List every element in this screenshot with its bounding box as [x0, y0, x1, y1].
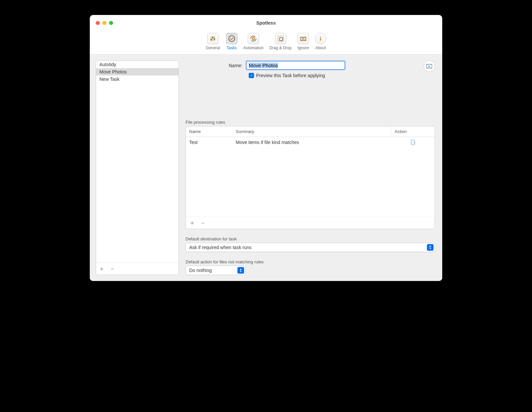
- close-window-button[interactable]: [96, 21, 100, 25]
- rules-footer: ＋ －: [186, 216, 435, 229]
- sliders-icon: [207, 33, 218, 44]
- svg-rect-15: [320, 38, 321, 41]
- add-rule-button[interactable]: ＋: [189, 219, 195, 227]
- svg-marker-19: [429, 66, 430, 67]
- svg-rect-18: [427, 68, 432, 69]
- document-move-icon: [410, 140, 416, 145]
- toolbar-label: General: [206, 46, 220, 50]
- rule-name-cell: Test: [186, 137, 232, 148]
- column-header-name[interactable]: Name: [186, 126, 232, 137]
- help-video-button[interactable]: [424, 61, 435, 72]
- toolbar-tab-drag-drop[interactable]: Drag & Drop: [268, 32, 293, 51]
- sidebar-item-new-task[interactable]: New Task: [96, 75, 179, 83]
- svg-point-8: [253, 38, 254, 39]
- rules-table: Name Summary Action Test Move items if f…: [186, 126, 435, 229]
- svg-rect-5: [214, 39, 215, 40]
- select-value: Ask if required when task runs: [189, 245, 252, 250]
- sidebar-footer: ＋ －: [96, 262, 179, 275]
- preferences-toolbar: General Tasks Automation: [90, 31, 442, 55]
- default-destination-select[interactable]: Ask if required when task runs ▲▼: [186, 243, 435, 252]
- toolbar-label: Ignore: [298, 46, 309, 50]
- content-area: Autotidy Move Photos New Task ＋ －: [90, 55, 442, 281]
- svg-rect-3: [210, 39, 212, 40]
- toolbar-label: Automation: [243, 46, 264, 50]
- chevron-up-down-icon: ▲▼: [427, 244, 434, 251]
- toolbar-tab-tasks[interactable]: Tasks: [225, 32, 239, 51]
- column-header-summary[interactable]: Summary: [232, 126, 391, 137]
- default-action-select[interactable]: Do nothing ▲▼: [186, 266, 245, 275]
- toolbar-tab-automation[interactable]: Automation: [242, 32, 265, 51]
- svg-rect-4: [212, 37, 213, 38]
- ignore-icon: [298, 33, 309, 44]
- svg-point-14: [320, 37, 321, 38]
- window-controls: [96, 21, 113, 25]
- toolbar-label: About: [315, 46, 326, 50]
- toolbar-tab-about[interactable]: About: [314, 32, 328, 51]
- name-label: Name:: [229, 63, 242, 68]
- rule-row[interactable]: Test Move items if file kind matches: [186, 137, 435, 148]
- sidebar-item-autotidy[interactable]: Autotidy: [96, 61, 179, 68]
- name-section: Name: ✓ Preview this Task before applyin…: [186, 61, 435, 112]
- rules-table-header: Name Summary Action: [186, 126, 435, 137]
- remove-rule-button[interactable]: －: [200, 219, 206, 227]
- rules-section-label: File processing rules: [186, 120, 435, 125]
- film-play-icon: [426, 63, 433, 69]
- check-circle-icon: [226, 33, 237, 44]
- window-title: Spotless: [256, 20, 276, 26]
- gear-cycle-icon: [248, 33, 259, 44]
- svg-rect-10: [280, 38, 283, 41]
- titlebar: Spotless: [90, 15, 442, 31]
- minimize-window-button[interactable]: [102, 21, 106, 25]
- tasks-list: Autotidy Move Photos New Task: [96, 61, 179, 262]
- toolbar-tab-ignore[interactable]: Ignore: [296, 32, 310, 51]
- zoom-window-button[interactable]: [109, 21, 113, 25]
- destination-section-label: Default destination for task: [186, 236, 435, 241]
- toolbar-label: Drag & Drop: [269, 46, 292, 50]
- svg-rect-17: [427, 64, 432, 65]
- preferences-window: Spotless General Tasks: [90, 15, 442, 281]
- column-header-action[interactable]: Action: [391, 126, 435, 137]
- preview-checkbox[interactable]: ✓: [249, 73, 254, 78]
- task-detail-panel: Name: ✓ Preview this Task before applyin…: [182, 55, 442, 281]
- toolbar-label: Tasks: [226, 46, 237, 50]
- info-icon: [315, 33, 326, 44]
- preview-checkbox-label: Preview this Task before applying: [256, 73, 325, 78]
- add-task-button[interactable]: ＋: [99, 265, 105, 273]
- sidebar-item-move-photos[interactable]: Move Photos: [96, 68, 179, 75]
- tasks-sidebar: Autotidy Move Photos New Task ＋ －: [96, 61, 179, 275]
- task-name-input[interactable]: [246, 61, 345, 70]
- drag-drop-icon: [275, 33, 286, 44]
- rules-table-body: Test Move items if file kind matches: [186, 137, 435, 216]
- toolbar-tab-general[interactable]: General: [204, 32, 221, 51]
- svg-point-6: [229, 36, 235, 42]
- remove-task-button[interactable]: －: [109, 265, 115, 273]
- chevron-up-down-icon: ▲▼: [237, 267, 244, 274]
- select-value: Do nothing: [189, 268, 212, 273]
- rule-summary-cell: Move items if file kind matches: [232, 137, 391, 148]
- rule-action-cell[interactable]: [391, 137, 435, 148]
- default-action-section-label: Default action for files not matching ru…: [186, 259, 435, 264]
